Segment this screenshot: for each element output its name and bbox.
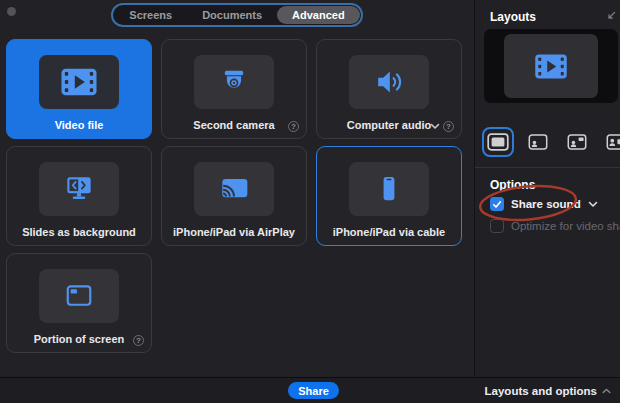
icon-container	[39, 269, 119, 323]
layouts-panel-title: Layouts	[490, 10, 536, 24]
tile-second-camera[interactable]: Second camera ?	[161, 39, 307, 139]
tile-portion-of-screen[interactable]: Portion of screen ?	[6, 253, 152, 353]
optimize-video-label: Optimize for video sharing	[511, 220, 620, 232]
tile-extras: ?	[430, 121, 454, 132]
zoom-share-dialog: { "tabs": { "items": [ { "label": "Scree…	[0, 0, 620, 403]
share-button[interactable]: Share	[288, 382, 339, 399]
tile-iphone-ipad-via-cable[interactable]: iPhone/iPad via cable	[316, 146, 462, 246]
layouts-and-options-toggle[interactable]: Layouts and options	[485, 378, 611, 403]
slides-monitor-icon	[59, 174, 99, 204]
tile-label: Slides as background	[7, 226, 151, 238]
help-icon[interactable]: ?	[133, 335, 144, 346]
tab-screens[interactable]: Screens	[114, 6, 187, 24]
speaker-icon	[369, 67, 409, 97]
icon-container	[194, 55, 274, 109]
share-sound-label: Share sound	[511, 198, 581, 210]
optimize-video-checkbox[interactable]	[490, 219, 504, 233]
layout-preview	[484, 29, 618, 103]
icon-container	[194, 162, 274, 216]
tab-documents[interactable]: Documents	[187, 6, 277, 24]
pip-person-and-content-layout-icon	[567, 134, 587, 150]
airplay-icon	[214, 174, 254, 204]
film-icon	[533, 53, 569, 80]
check-icon	[492, 200, 502, 209]
layout-side-by-side[interactable]	[601, 128, 620, 156]
layout-pip-person-content[interactable]	[562, 128, 592, 156]
tile-computer-audio[interactable]: Computer audio ?	[316, 39, 462, 139]
film-icon	[59, 67, 99, 97]
tile-extras: ?	[288, 121, 299, 132]
pip-person-layout-icon	[528, 134, 548, 150]
tile-label: Second camera	[162, 119, 306, 131]
optimize-video-option: Optimize for video sharing ?	[490, 219, 620, 233]
icon-container	[349, 162, 429, 216]
tab-bar-container: Screens Documents Advanced	[0, 3, 474, 27]
side-by-side-layout-icon	[606, 134, 620, 150]
icon-container	[349, 55, 429, 109]
collapse-panel-icon[interactable]	[606, 11, 616, 21]
tile-label: Video file	[7, 119, 151, 131]
tile-label: iPhone/iPad via AirPlay	[162, 226, 306, 238]
tile-video-file[interactable]: Video file	[6, 39, 152, 139]
share-sound-option: Share sound	[490, 197, 598, 211]
tile-iphone-ipad-via-airplay[interactable]: iPhone/iPad via AirPlay	[161, 146, 307, 246]
icon-container	[39, 55, 119, 109]
icon-container	[39, 162, 119, 216]
panel-divider	[475, 167, 620, 168]
share-sound-checkbox[interactable]	[490, 197, 504, 211]
tile-label: iPhone/iPad via cable	[317, 226, 461, 238]
layout-fullscreen[interactable]	[482, 127, 514, 157]
dome-camera-icon	[214, 67, 254, 97]
tab-bar: Screens Documents Advanced	[111, 3, 362, 27]
layout-pip-person[interactable]	[523, 128, 553, 156]
options-title: Options	[490, 178, 535, 192]
chevron-up-icon	[602, 388, 611, 394]
chevron-down-icon[interactable]	[430, 123, 440, 130]
tab-advanced[interactable]: Advanced	[277, 6, 360, 24]
tile-label: Portion of screen	[7, 333, 151, 345]
footer-bar: Share Layouts and options	[0, 377, 620, 403]
layout-choices-row	[482, 127, 618, 157]
portion-of-screen-icon	[59, 281, 99, 311]
fullscreen-layout-icon	[487, 133, 509, 151]
layouts-panel: Layouts	[474, 0, 620, 377]
chevron-down-icon[interactable]	[588, 201, 598, 208]
layout-preview-content	[504, 34, 598, 98]
share-options-grid: Video file Second camera ?	[6, 39, 462, 353]
help-icon[interactable]: ?	[288, 121, 299, 132]
phone-icon	[369, 174, 409, 204]
tile-extras: ?	[133, 335, 144, 346]
layouts-and-options-label: Layouts and options	[485, 385, 597, 397]
tile-slides-as-background[interactable]: Slides as background	[6, 146, 152, 246]
help-icon[interactable]: ?	[443, 121, 454, 132]
